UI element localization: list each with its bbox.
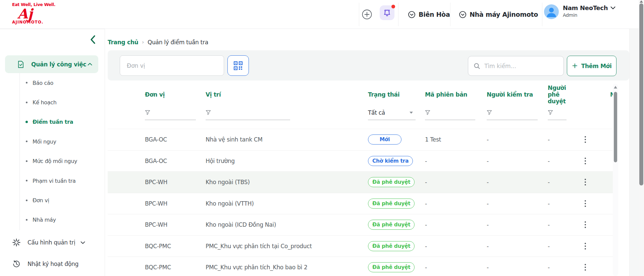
divider xyxy=(359,3,359,26)
row-actions-menu-button[interactable] xyxy=(579,218,591,231)
qr-scan-button[interactable] xyxy=(227,55,249,76)
sidebar-item-nha-may[interactable]: Nhà máy xyxy=(0,210,105,230)
sidebar-item-diem-tuan-tra[interactable]: Điểm tuần tra xyxy=(0,112,105,132)
filter-funnel-icon xyxy=(548,110,553,115)
sidebar-item-label: Đơn vị xyxy=(33,197,49,204)
page-scrollbar-thumb[interactable] xyxy=(639,3,643,185)
cell-location: Kho ngoài (VTTH) xyxy=(206,200,368,207)
unit-column-filter[interactable] xyxy=(145,107,196,120)
chevron-down-icon xyxy=(610,6,615,10)
status-column-filter[interactable]: Tất cả xyxy=(368,107,416,120)
location-selector[interactable]: Biên Hòa xyxy=(408,0,450,29)
scroll-up-arrow-icon[interactable] xyxy=(614,86,617,89)
sidebar-item-moi-nguy[interactable]: Mối nguy xyxy=(0,132,105,151)
chevron-left-icon xyxy=(89,35,97,45)
search-input[interactable] xyxy=(484,63,558,69)
sidebar-item-label: Mối nguy xyxy=(33,139,56,145)
filter-panel: + Thêm Mới xyxy=(108,50,629,80)
status-badge: Mới xyxy=(368,134,401,145)
chevron-up-icon xyxy=(88,63,92,66)
table-row: BPC-WH Kho ngoài (VTTH) Đã phê duyệt - -… xyxy=(108,193,613,214)
sidebar-item-label: Điểm tuần tra xyxy=(33,119,73,125)
sidebar-item-label: Mức độ mối nguy xyxy=(33,158,77,164)
table-row: BGA-OC Hội trường Chờ kiểm tra - - - xyxy=(108,150,613,172)
cell-location: Hội trường xyxy=(206,158,368,164)
cell-approver: - xyxy=(548,200,575,207)
sidebar-group-label: Quản lý công việc xyxy=(31,61,86,68)
row-actions-menu-button[interactable] xyxy=(579,261,591,274)
sidebar-item-muc-do-moi-nguy[interactable]: Mức độ mối nguy xyxy=(0,152,105,171)
ajinomoto-logo: Eat Well, Live Well. Aj AJINOMOTO. xyxy=(12,2,62,24)
status-badge: Đã phê duyệt xyxy=(368,220,415,230)
table-filter-row: Tất cả xyxy=(108,105,613,121)
cell-inspector: - xyxy=(487,136,548,143)
row-actions-menu-button[interactable] xyxy=(579,197,591,210)
table-header-row: Đơn vị Vị trí Trạng thái Mã phiên bản Ng… xyxy=(108,85,613,105)
breadcrumb-current: Quản lý điểm tuần tra xyxy=(148,39,208,46)
location-column-filter[interactable] xyxy=(206,107,290,120)
sidebar-item-ke-hoach[interactable]: Kế hoạch xyxy=(0,93,105,112)
table-scrollbar-thumb[interactable] xyxy=(614,92,617,162)
cell-version: - xyxy=(425,158,487,164)
divider xyxy=(450,3,450,26)
table-row: BGA-OC Nhà vệ sinh tank CM Mới 1 Test - … xyxy=(108,129,613,150)
row-actions-menu-button[interactable] xyxy=(579,154,591,168)
breadcrumb: Trang chủ › Quản lý điểm tuần tra xyxy=(108,38,208,47)
sidebar-item-label: Nhật ký hoạt động xyxy=(28,261,78,267)
row-actions-menu-button[interactable] xyxy=(579,175,591,189)
sidebar-group-work-management[interactable]: Quản lý công việc xyxy=(5,55,98,73)
add-new-button[interactable]: + Thêm Mới xyxy=(567,56,616,76)
cell-location: Nhà vệ sinh tank CM xyxy=(206,136,368,143)
column-header: Đơn vị xyxy=(108,91,206,98)
inspector-column-filter[interactable] xyxy=(487,107,538,120)
sidebar-item-bao-cao[interactable]: Báo cáo xyxy=(0,73,105,93)
cell-approver: - xyxy=(548,264,575,271)
column-header: Trạng thái xyxy=(368,91,425,98)
factory-selector[interactable]: Nhà máy Ajinomoto xyxy=(459,0,538,29)
column-header: Mã phiên bản xyxy=(425,91,487,98)
breadcrumb-separator-icon: › xyxy=(142,39,144,45)
notification-badge-dot xyxy=(391,5,395,8)
cell-approver: - xyxy=(548,243,575,250)
table-row: BPC-WH Kho ngoài (TBS) Đã phê duyệt - - … xyxy=(108,171,613,193)
cell-version: - xyxy=(425,264,487,271)
scroll-up-arrow-icon[interactable] xyxy=(640,0,643,3)
sidebar-item-label: Báo cáo xyxy=(33,80,53,86)
cell-unit: BGA-OC xyxy=(108,158,206,164)
column-header-clipped: N xyxy=(607,91,613,98)
user-role: Admin xyxy=(563,12,615,18)
cell-version: - xyxy=(425,221,487,228)
table-scrollbar[interactable] xyxy=(613,84,618,276)
sidebar-item-label: Cấu hình quản trị xyxy=(28,239,75,246)
plus-circle-icon xyxy=(362,9,372,20)
chevron-circle-icon xyxy=(408,11,416,18)
bell-icon xyxy=(383,9,391,17)
row-actions-menu-button[interactable] xyxy=(579,239,591,253)
cell-unit: BQC-PMC xyxy=(108,264,206,271)
cell-version: 1 Test xyxy=(425,136,487,143)
search-box xyxy=(468,56,564,76)
sidebar-item-label: Kế hoạch xyxy=(33,99,57,106)
page-scrollbar[interactable] xyxy=(639,0,644,276)
status-badge: Đã phê duyệt xyxy=(368,177,415,187)
column-header: Người kiểm tra xyxy=(487,91,548,98)
version-column-filter[interactable] xyxy=(425,107,475,120)
cell-version: - xyxy=(425,179,487,185)
sidebar-item-cau-hinh-quan-tri[interactable]: Cấu hình quản trị xyxy=(0,233,105,252)
user-menu[interactable]: Nam NeoTech Admin xyxy=(544,4,615,19)
notifications-button[interactable] xyxy=(380,5,394,20)
sidebar-item-nhat-ky-hoat-dong[interactable]: Nhật ký hoạt động xyxy=(0,255,105,273)
caret-down-icon xyxy=(410,112,413,114)
add-circle-button[interactable] xyxy=(360,8,374,21)
sidebar-collapse-button[interactable] xyxy=(89,35,98,45)
sidebar-item-pham-vi-tuan-tra[interactable]: Phạm vi tuần tra xyxy=(0,171,105,190)
filter-funnel-icon xyxy=(145,110,150,115)
approver-column-filter[interactable] xyxy=(548,107,567,120)
qr-code-icon xyxy=(233,61,243,70)
breadcrumb-home[interactable]: Trang chủ xyxy=(108,39,138,46)
sidebar-item-don-vi[interactable]: Đơn vị xyxy=(0,190,105,210)
unit-filter-input[interactable] xyxy=(120,55,224,76)
cell-approver: - xyxy=(548,221,575,228)
row-actions-menu-button[interactable] xyxy=(579,133,591,146)
status-badge: Đã phê duyệt xyxy=(368,199,415,209)
